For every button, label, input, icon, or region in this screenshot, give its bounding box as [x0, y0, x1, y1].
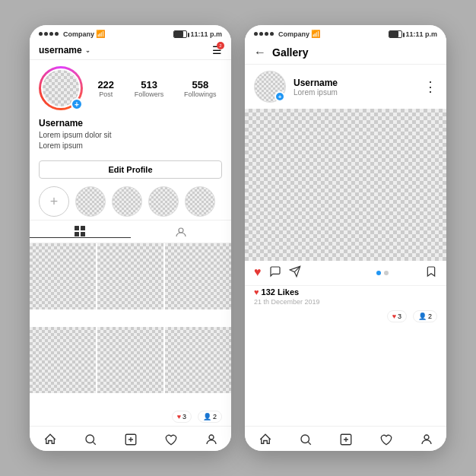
nav-add[interactable] [110, 433, 151, 446]
photo-cell-6[interactable] [165, 327, 231, 393]
comment-button[interactable] [269, 265, 281, 281]
signal-dots-gallery [254, 32, 274, 36]
photo-cell-1[interactable] [30, 243, 96, 309]
gallery-actions: ♥ [245, 261, 446, 286]
signal-dots [39, 32, 59, 36]
followers-label: Followers [135, 90, 164, 98]
heart-icon: ♥ [177, 413, 181, 420]
story-3[interactable] [148, 186, 179, 217]
nav-home[interactable] [30, 433, 70, 446]
status-bar-profile: Company 📶 11:11 p.m [30, 25, 231, 41]
profile-header: username ⌄ ☰ 2 [30, 41, 231, 60]
svg-rect-0 [75, 226, 79, 230]
gallery-nav-search[interactable] [285, 433, 325, 446]
gallery-nav-add[interactable] [325, 433, 366, 446]
gallery-nav-home[interactable] [245, 433, 285, 446]
story-2[interactable] [112, 186, 142, 217]
add-story-button[interactable]: + [71, 98, 83, 110]
battery-icon [173, 30, 187, 38]
edit-profile-button[interactable]: Edit Profile [39, 160, 222, 179]
followings-stat: 558 Followings [184, 79, 217, 98]
back-button[interactable]: ← [254, 46, 266, 59]
posts-label: Post [97, 90, 114, 98]
svg-point-5 [86, 435, 94, 443]
bottom-nav-gallery [245, 426, 446, 451]
posts-count: 222 [97, 79, 114, 90]
bookmark-button[interactable] [425, 265, 437, 281]
svg-point-18 [424, 435, 429, 440]
profile-bio-section: Username Lorem ipsum dolor sit Lorem ips… [30, 116, 231, 156]
profile-bio-line2: Lorem ipsum [39, 141, 222, 151]
gallery-nav-profile[interactable] [406, 433, 446, 446]
tab-grid[interactable] [30, 225, 131, 238]
status-left: Company 📶 [39, 30, 105, 38]
nav-likes[interactable] [151, 433, 191, 446]
svg-rect-3 [81, 232, 85, 236]
photo-cell-5[interactable] [97, 327, 163, 393]
username-label: username [39, 45, 82, 56]
status-right: 11:11 p.m [173, 30, 222, 38]
story-4[interactable] [185, 186, 215, 217]
avatar-wrapper: + [39, 66, 83, 110]
svg-rect-2 [75, 232, 79, 236]
followings-label: Followings [184, 90, 217, 98]
gallery-username: Username [294, 78, 416, 88]
gallery-add-button[interactable]: + [274, 91, 285, 102]
photo-cell-4[interactable] [30, 327, 96, 393]
likes-count-profile: 3 [182, 413, 186, 420]
stories-row: + [30, 183, 231, 220]
gallery-likes-count: ♥ 132 Likes [245, 286, 446, 298]
likes-count-gallery: 3 [398, 313, 401, 320]
dot-2 [384, 271, 389, 275]
activity-badges-profile: ♥ 3 👤 2 [30, 409, 231, 426]
tab-tagged[interactable] [131, 225, 232, 238]
add-story-circle[interactable]: + [39, 186, 69, 217]
battery-icon-gallery [389, 30, 402, 38]
comments-count-gallery: 2 [428, 313, 432, 320]
svg-point-4 [179, 228, 183, 233]
share-button[interactable] [289, 265, 301, 281]
gallery-user-row: + Username Lorem ipsum ⋮ [245, 65, 446, 109]
photo-cell-2[interactable] [97, 243, 163, 309]
profile-info: + 222 Post 513 Followers 558 Followings [30, 60, 231, 116]
followings-count: 558 [184, 79, 217, 90]
likes-badge-profile: ♥ 3 [172, 411, 192, 423]
comments-badge-gallery: 👤 2 [413, 310, 437, 322]
comments-badge-profile: 👤 2 [198, 411, 222, 423]
svg-rect-1 [81, 226, 85, 230]
heart-icon-gallery: ♥ [392, 313, 396, 320]
status-right-gallery: 11:11 p.m [389, 30, 437, 38]
gallery-action-icons: ♥ [254, 265, 340, 281]
followers-stat: 513 Followers [135, 79, 164, 98]
carrier-name: Company [63, 30, 94, 38]
person-icon: 👤 [203, 413, 211, 420]
gallery-nav-likes[interactable] [366, 433, 406, 446]
time-display: 11:11 p.m [190, 30, 222, 38]
likes-text: 132 Likes [262, 287, 300, 297]
wifi-icon-gallery: 📶 [311, 30, 320, 38]
nav-profile[interactable] [191, 433, 231, 446]
dot-1 [376, 271, 381, 275]
photo-cell-3[interactable] [165, 243, 231, 309]
chevron-down-icon: ⌄ [85, 47, 90, 54]
content-tab-bar [30, 220, 231, 243]
person-icon-gallery: 👤 [418, 313, 427, 320]
like-button[interactable]: ♥ [254, 265, 262, 281]
story-1[interactable] [75, 186, 106, 217]
wifi-icon: 📶 [96, 30, 105, 38]
profile-phone: Company 📶 11:11 p.m username ⌄ ☰ 2 [30, 25, 231, 451]
nav-search[interactable] [70, 433, 110, 446]
gallery-avatar: + [254, 71, 286, 103]
status-left-gallery: Company 📶 [254, 30, 320, 38]
gallery-main-image[interactable] [245, 109, 446, 261]
activity-badges-gallery: ♥ 3 👤 2 [245, 309, 446, 325]
image-dots-indicator [340, 271, 426, 275]
photo-grid [30, 243, 231, 409]
gallery-date: 21 th December 2019 [245, 298, 446, 309]
svg-point-10 [209, 435, 214, 440]
username-row[interactable]: username ⌄ [39, 45, 90, 56]
more-options-button[interactable]: ⋮ [424, 78, 437, 95]
gallery-user-subtitle: Lorem ipsum [294, 88, 416, 97]
stats-container: 222 Post 513 Followers 558 Followings [92, 79, 222, 98]
gallery-title: Gallery [272, 46, 437, 59]
